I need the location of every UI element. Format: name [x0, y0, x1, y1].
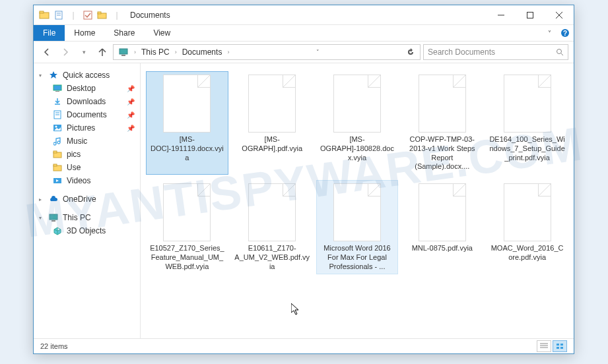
file-label: E10611_Z170-A_UM_V2_WEB.pdf.vyia — [234, 244, 310, 271]
file-thumbnail-icon — [419, 183, 466, 241]
svg-rect-5 — [84, 11, 92, 19]
refresh-icon[interactable] — [404, 48, 417, 56]
file-item[interactable]: Microsoft Word 2016 For Max For Legal Pr… — [316, 180, 399, 274]
sidebar-label: This PC — [63, 213, 91, 222]
chevron-down-icon: ▾ — [39, 215, 44, 221]
file-thumbnail-icon — [163, 183, 211, 241]
quick-access-toolbar: | | — [34, 9, 123, 22]
recent-locations-button[interactable]: ▾ — [76, 44, 92, 60]
svg-rect-37 — [557, 347, 559, 349]
sidebar-item-documents[interactable]: Documents 📌 — [34, 108, 140, 121]
file-thumbnail-icon — [248, 75, 296, 133]
3d-objects-icon — [52, 226, 63, 236]
file-item[interactable]: DE164_100_Series_Windows_7_Setup_Guide_p… — [486, 71, 568, 175]
sidebar-item-videos[interactable]: Videos — [34, 174, 140, 187]
sidebar-item-use[interactable]: Use — [34, 161, 140, 174]
new-folder-icon[interactable] — [96, 9, 109, 22]
minimize-button[interactable] — [487, 5, 516, 25]
up-button[interactable] — [94, 44, 110, 60]
tab-view[interactable]: View — [144, 25, 180, 41]
forward-button[interactable] — [57, 44, 73, 60]
file-item[interactable]: MNL-0875.pdf.vyia — [401, 180, 483, 274]
file-item[interactable]: [MS-DOC]-191119.docx.vyia — [146, 71, 228, 175]
file-label: DE164_100_Series_Windows_7_Setup_Guide_p… — [489, 135, 565, 162]
search-input[interactable]: Search Documents — [423, 44, 568, 60]
svg-rect-15 — [121, 55, 125, 56]
downloads-icon — [52, 96, 63, 107]
window-title: Documents — [130, 11, 170, 20]
file-item[interactable]: E10611_Z170-A_UM_V2_WEB.pdf.vyia — [231, 180, 314, 274]
sidebar-item-desktop[interactable]: Desktop 📌 — [34, 82, 140, 95]
sidebar-item-pictures[interactable]: Pictures 📌 — [34, 121, 140, 135]
sidebar-quick-access[interactable]: ▾ Quick access — [34, 69, 140, 82]
file-label: [MS-DOC]-191119.docx.vyia — [149, 135, 225, 162]
chevron-right-icon[interactable]: › — [225, 49, 231, 55]
sidebar-label: OneDrive — [63, 195, 96, 204]
videos-icon — [52, 175, 63, 186]
select-checkbox-icon[interactable] — [81, 9, 94, 22]
pin-icon: 📌 — [127, 111, 135, 119]
sidebar-this-pc[interactable]: ▾ This PC — [34, 211, 140, 224]
maximize-button[interactable] — [516, 5, 545, 25]
music-icon — [52, 136, 63, 146]
svg-rect-7 — [98, 12, 101, 14]
file-label: [MS-OGRAPH].pdf.vyia — [234, 135, 310, 154]
tab-share[interactable]: Share — [104, 25, 144, 41]
sidebar-onedrive[interactable]: ▸ OneDrive — [34, 193, 140, 206]
file-item[interactable]: MOAC_Word_2016_Core.pdf.vyia — [486, 180, 568, 274]
file-item[interactable]: [MS-OGRAPH].pdf.vyia — [231, 71, 314, 175]
details-view-button[interactable] — [537, 340, 551, 352]
sidebar-item-3d-objects[interactable]: 3D Objects — [34, 224, 140, 237]
sidebar-item-downloads[interactable]: Downloads 📌 — [34, 95, 140, 108]
pictures-icon — [52, 123, 63, 133]
status-bar: 22 items — [34, 338, 574, 353]
sidebar-item-label: pics — [67, 150, 81, 159]
view-buttons — [537, 340, 567, 352]
svg-point-24 — [55, 126, 57, 128]
file-thumbnail-icon — [333, 75, 381, 133]
file-label: E10527_Z170_Series_Feature_Manual_UM_WEB… — [149, 244, 225, 271]
folder-icon — [38, 9, 51, 22]
breadcrumb-segment[interactable]: Documents — [180, 47, 224, 57]
ribbon-collapse-icon[interactable]: ˅ — [542, 25, 557, 41]
file-item[interactable]: COP-WFP-TMP-03-2013-v1 Work Steps Report… — [401, 71, 483, 175]
pin-icon: 📌 — [127, 85, 135, 92]
svg-rect-30 — [50, 214, 57, 220]
breadcrumb-segment[interactable]: This PC — [139, 47, 172, 57]
properties-icon[interactable] — [52, 9, 65, 22]
folder-icon — [52, 162, 63, 173]
address-dropdown-icon[interactable]: ˅ — [314, 49, 322, 55]
titlebar: | | Documents — [34, 5, 574, 25]
file-label: MNL-0875.pdf.vyia — [412, 244, 473, 253]
chevron-right-icon: ▸ — [39, 197, 44, 202]
close-button[interactable] — [545, 5, 574, 25]
sidebar-item-label: Videos — [67, 176, 90, 185]
folder-icon — [52, 149, 63, 160]
large-icons-view-button[interactable] — [553, 340, 567, 352]
back-button[interactable] — [39, 44, 55, 60]
sidebar-item-label: Music — [67, 136, 87, 146]
svg-rect-28 — [53, 164, 57, 166]
desktop-icon — [52, 83, 63, 94]
sidebar-item-label: Use — [67, 163, 81, 172]
breadcrumb[interactable]: › This PC › Documents › ˅ — [113, 44, 421, 60]
sidebar-item-music[interactable]: Music — [34, 135, 140, 148]
sidebar-item-label: Desktop — [67, 84, 96, 93]
navigation-bar: ▾ › This PC › Documents › ˅ Search Docum… — [34, 42, 574, 63]
chevron-right-icon[interactable]: › — [132, 49, 138, 55]
file-label: [MS-OGRAPH]-180828.docx.vyia — [320, 135, 395, 162]
tab-file[interactable]: File — [34, 25, 65, 41]
svg-rect-9 — [527, 12, 533, 18]
search-icon[interactable] — [556, 48, 564, 56]
explorer-window: | | Documents File Home Share View — [33, 5, 574, 354]
tab-home[interactable]: Home — [65, 25, 104, 41]
svg-rect-38 — [560, 347, 563, 349]
file-grid[interactable]: [MS-DOC]-191119.docx.vyia [MS-OGRAPH].pd… — [141, 63, 574, 338]
svg-rect-18 — [53, 85, 61, 90]
file-item[interactable]: [MS-OGRAPH]-180828.docx.vyia — [316, 71, 399, 175]
file-item[interactable]: E10527_Z170_Series_Feature_Manual_UM_WEB… — [146, 180, 228, 274]
chevron-right-icon[interactable]: › — [173, 49, 179, 55]
sidebar-item-pics[interactable]: pics — [34, 148, 140, 161]
file-thumbnail-icon — [163, 75, 211, 133]
help-icon[interactable]: ? — [557, 25, 574, 41]
